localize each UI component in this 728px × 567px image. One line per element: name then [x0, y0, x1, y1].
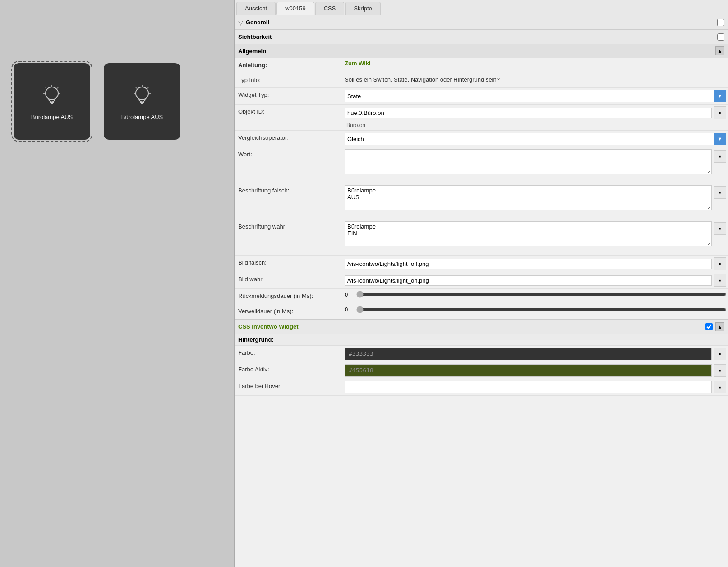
widget-2[interactable]: Bürolampe AUS [104, 63, 180, 140]
typ-info-row: Typ Info: Soll es ein Switch, State, Nav… [235, 73, 728, 88]
css-section-collapse-btn[interactable]: ▲ [715, 322, 724, 331]
vergleichsoperator-value: Gleich Ungleich Größer Kleiner ▼ [343, 131, 728, 147]
tab-w00159[interactable]: w00159 [276, 2, 314, 15]
objekt-id-subtext: Büro.on [235, 121, 728, 131]
verweildauer-row: Verweildauer (in Ms): 0 [235, 304, 728, 319]
farbe-hover-picker-btn[interactable]: ▪ [714, 381, 726, 393]
beschriftung-falsch-picker-btn[interactable]: ▪ [714, 186, 726, 199]
sichtbarkeit-checkbox[interactable] [717, 33, 724, 41]
objekt-id-row: Objekt ID: ▪ [235, 105, 728, 121]
verweildauer-value: 0 [343, 304, 728, 315]
widget-typ-select-wrapper[interactable]: State Switch Navigation Hintergrund ▼ [345, 90, 726, 102]
properties-panel: Aussicht w00159 CSS Skripte ▽ Generell S… [235, 0, 728, 567]
sichtbarkeit-label: Sichtbarkeit [238, 33, 272, 40]
canvas-area: Bürolampe AUS Bürolampe AUS [0, 0, 235, 567]
css-section-title: CSS inventwo Widget [238, 323, 299, 330]
bild-falsch-picker-btn[interactable]: ▪ [714, 257, 726, 270]
widget-1[interactable]: Bürolampe AUS [14, 63, 90, 140]
objekt-id-label: Objekt ID: [235, 105, 343, 119]
anleitung-label: Anleitung: [235, 58, 343, 73]
beschriftung-wahr-input[interactable] [345, 221, 712, 246]
vergleichsoperator-select-wrapper[interactable]: Gleich Ungleich Größer Kleiner ▼ [345, 133, 726, 145]
bild-wahr-label: Bild wahr: [235, 272, 343, 287]
beschriftung-falsch-input[interactable] [345, 185, 712, 210]
rueckmeldungsdauer-row: Rückmeldungsdauer (in Ms): 0 [235, 289, 728, 304]
rueckmeldungsdauer-slider[interactable] [356, 291, 726, 298]
svg-line-12 [147, 87, 148, 88]
widget-1-label: Bürolampe AUS [31, 114, 73, 121]
beschriftung-falsch-value: ▪ [343, 183, 728, 212]
beschriftung-falsch-row: Beschriftung falsch: ▪ [235, 183, 728, 219]
allgemein-collapse-btn[interactable]: ▲ [715, 46, 724, 55]
css-section-controls: ▲ [705, 322, 724, 331]
css-section-checkbox[interactable] [705, 323, 713, 330]
svg-point-0 [46, 87, 58, 100]
svg-point-8 [136, 87, 148, 100]
bild-wahr-input[interactable] [345, 275, 712, 286]
beschriftung-wahr-value: ▪ [343, 219, 728, 248]
wert-input[interactable] [345, 149, 712, 174]
farbe-aktiv-row: Farbe Aktiv: #455618 ▪ [235, 362, 728, 379]
bild-wahr-row: Bild wahr: ▪ [235, 272, 728, 289]
beschriftung-falsch-label: Beschriftung falsch: [235, 183, 343, 198]
wert-value: ▪ [343, 147, 728, 176]
rueckmeldungsdauer-value: 0 [343, 289, 728, 300]
widget-typ-select[interactable]: State Switch Navigation Hintergrund [345, 90, 726, 102]
verweildauer-number: 0 [345, 306, 354, 313]
rueckmeldungsdauer-number: 0 [345, 291, 354, 298]
allgemein-header: Allgemein ▲ [235, 44, 728, 58]
lightbulb-icon-1 [38, 82, 65, 109]
bild-falsch-label: Bild falsch: [235, 256, 343, 270]
lightbulb-icon-2 [129, 82, 156, 109]
generell-checkbox[interactable] [717, 19, 724, 26]
farbe-swatch[interactable]: #333333 [345, 348, 712, 360]
objekt-id-input[interactable] [345, 108, 712, 118]
widget-2-label: Bürolampe AUS [121, 114, 163, 121]
farbe-label: Farbe: [235, 346, 343, 360]
farbe-value: #333333 ▪ [343, 346, 728, 362]
wert-picker-btn[interactable]: ▪ [714, 150, 726, 163]
allgemein-label: Allgemein [238, 48, 266, 55]
props-content: ▽ Generell Sichtbarkeit Allgemein ▲ Anle… [235, 15, 728, 567]
verweildauer-slider[interactable] [356, 306, 726, 313]
tab-css[interactable]: CSS [315, 2, 345, 15]
farbe-aktiv-label: Farbe Aktiv: [235, 362, 343, 377]
typ-info-label: Typ Info: [235, 73, 343, 87]
tabs-bar: Aussicht w00159 CSS Skripte [235, 0, 728, 15]
bild-falsch-input[interactable] [345, 259, 712, 269]
hintergrund-header: Hintergrund: [235, 334, 728, 346]
beschriftung-wahr-picker-btn[interactable]: ▪ [714, 222, 726, 235]
farbe-aktiv-picker-btn[interactable]: ▪ [714, 364, 726, 377]
widget-typ-row: Widget Typ: State Switch Navigation Hint… [235, 88, 728, 105]
beschriftung-wahr-label: Beschriftung wahr: [235, 219, 343, 234]
anleitung-row: Anleitung: Zum Wiki [235, 58, 728, 73]
verweildauer-slider-row: 0 [345, 306, 726, 313]
generell-row: ▽ Generell [235, 15, 728, 30]
rueckmeldungsdauer-label: Rückmeldungsdauer (in Ms): [235, 289, 343, 303]
wert-row: Wert: ▪ [235, 147, 728, 183]
svg-line-13 [136, 87, 137, 88]
objekt-id-picker-btn[interactable]: ▪ [714, 106, 726, 119]
typ-info-text: Soll es ein Switch, State, Navigation od… [345, 76, 500, 84]
bild-wahr-picker-btn[interactable]: ▪ [714, 274, 726, 287]
typ-info-value: Soll es ein Switch, State, Navigation od… [343, 73, 728, 86]
farbe-aktiv-value: #455618 ▪ [343, 362, 728, 379]
bild-falsch-value: ▪ [343, 256, 728, 272]
filter-icon: ▽ [238, 19, 243, 26]
farbe-aktiv-swatch[interactable]: #455618 [345, 364, 712, 377]
beschriftung-wahr-row: Beschriftung wahr: ▪ [235, 219, 728, 256]
tab-aussicht[interactable]: Aussicht [236, 2, 276, 15]
svg-line-4 [57, 87, 58, 88]
farbe-aktiv-text: #455618 [349, 367, 373, 374]
farbe-picker-btn[interactable]: ▪ [714, 348, 726, 360]
widget-container: Bürolampe AUS Bürolampe AUS [0, 0, 234, 153]
anleitung-value: Zum Wiki [343, 58, 728, 69]
widget-typ-label: Widget Typ: [235, 88, 343, 102]
wiki-link[interactable]: Zum Wiki [345, 60, 371, 67]
vergleichsoperator-select[interactable]: Gleich Ungleich Größer Kleiner [345, 133, 726, 145]
tab-skripte[interactable]: Skripte [345, 2, 380, 15]
farbe-hover-swatch[interactable] [345, 381, 712, 393]
css-section-header: CSS inventwo Widget ▲ [235, 319, 728, 334]
farbe-text: #333333 [349, 350, 373, 357]
objekt-id-value: ▪ [343, 105, 728, 121]
